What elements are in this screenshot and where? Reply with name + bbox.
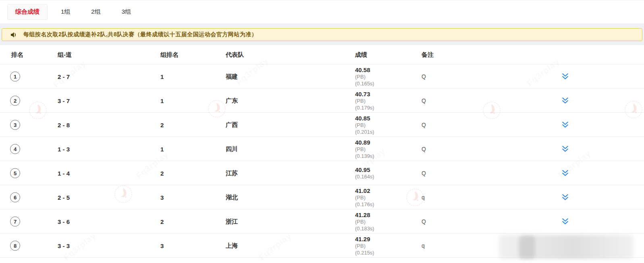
result-note: (0.183s)	[355, 225, 374, 232]
table-row: 5 1 - 4 2 江苏 40.95 (0.164s) Q	[0, 161, 644, 185]
tab-group-1[interactable]: 1组	[61, 4, 70, 19]
double-chevron-down-icon	[561, 72, 569, 81]
group-rank-value: 2	[160, 121, 164, 128]
notice-band: 每组按名次取2队按成绩递补2队,共8队决赛（最终成绩以十五届全国运动会官方网站为…	[0, 23, 644, 45]
result-note: (0.176s)	[355, 201, 374, 207]
table-row: 1 2 - 7 1 福建 40.58 (PB)(0.165s) Q	[0, 64, 644, 89]
header-group-lane: 组-道	[58, 51, 72, 58]
group-lane-value: 3 - 7	[58, 97, 70, 104]
group-rank-value: 2	[160, 218, 164, 225]
tab-overall[interactable]: 综合成绩	[7, 4, 48, 20]
result-note: (PB)	[355, 73, 374, 80]
result-note: (0.139s)	[355, 152, 374, 159]
result-time: 41.28	[355, 211, 374, 218]
qualification-mark: Q	[422, 122, 426, 128]
table-body: 1 2 - 7 1 福建 40.58 (PB)(0.165s) Q 2	[0, 64, 644, 258]
result-time: 40.95	[355, 166, 374, 173]
notice-text: 每组按名次取2队按成绩递补2队,共8队决赛（最终成绩以十五届全国运动会官方网站为…	[23, 31, 257, 38]
result-note: (0.215s)	[355, 249, 374, 256]
double-chevron-down-icon	[561, 169, 569, 177]
group-lane-value: 1 - 4	[58, 170, 70, 176]
double-chevron-down-icon	[561, 145, 569, 153]
team-name: 湖北	[226, 193, 238, 201]
result-note: (0.165s)	[355, 80, 374, 87]
result-note: (PB)	[355, 242, 374, 249]
team-name: 江苏	[226, 169, 238, 177]
header-team: 代表队	[226, 51, 244, 58]
group-rank-value: 3	[160, 194, 164, 201]
double-chevron-down-icon	[561, 120, 569, 129]
result-note: (0.179s)	[355, 104, 374, 111]
team-name: 广西	[226, 121, 238, 128]
group-lane-value: 2 - 8	[58, 121, 70, 128]
tab-bar: 综合成绩1组2组3组	[0, 0, 644, 23]
header-remark: 备注	[422, 51, 434, 58]
group-lane-value: 3 - 3	[58, 242, 70, 249]
qualification-mark: Q	[422, 97, 426, 104]
tab-group-3[interactable]: 3组	[122, 4, 131, 19]
result-time: 41.29	[355, 235, 374, 242]
group-lane-value: 2 - 5	[58, 194, 70, 201]
team-name: 广东	[226, 97, 238, 104]
expand-row-button[interactable]	[560, 193, 570, 202]
header-group-rank: 组排名	[160, 51, 179, 58]
expand-row-button[interactable]	[560, 168, 570, 178]
table-row: 4 1 - 3 1 四川 40.89 (PB)(0.139s) Q	[0, 137, 644, 161]
result-note: (PB)	[355, 97, 374, 104]
rank-badge: 8	[10, 240, 20, 251]
qualification-mark: Q	[422, 218, 426, 225]
expand-row-button[interactable]	[560, 217, 570, 226]
tab-group-2[interactable]: 2组	[91, 4, 100, 19]
group-lane-value: 3 - 6	[58, 218, 70, 225]
result-time: 40.58	[355, 66, 374, 73]
result-note: (0.164s)	[355, 173, 374, 180]
table-row: 3 2 - 8 2 广西 40.85 (PB)(0.201s) Q	[0, 113, 644, 137]
result-note: (PB)	[355, 121, 374, 128]
results-page: 综合成绩1组2组3组 每组按名次取2队按成绩递补2队,共8队决赛（最终成绩以十五…	[0, 0, 644, 263]
expand-row-button[interactable]	[560, 72, 570, 81]
team-name: 上海	[226, 242, 238, 249]
double-chevron-down-icon	[561, 217, 569, 226]
group-rank-value: 3	[160, 242, 164, 249]
expand-row-button[interactable]	[560, 120, 570, 130]
rank-badge: 4	[10, 144, 20, 154]
table-row: 8 3 - 3 3 上海 41.29 (PB)(0.215s) q	[0, 234, 644, 258]
group-rank-value: 1	[160, 145, 164, 152]
expand-row-button[interactable]	[560, 96, 570, 106]
result-time: 40.89	[355, 139, 374, 145]
group-rank-value: 1	[160, 97, 164, 104]
table-row: 7 3 - 6 2 浙江 41.28 (PB)(0.183s) Q	[0, 209, 644, 234]
double-chevron-down-icon	[561, 96, 569, 105]
rank-badge: 3	[10, 120, 20, 130]
qualification-mark: Q	[422, 170, 426, 176]
table-header-row: 排名 组-道 组排名 代表队 成绩 备注	[0, 45, 644, 64]
results-table: 排名 组-道 组排名 代表队 成绩 备注 1 2 - 7 1 福建 40.58 …	[0, 45, 644, 258]
qualification-mark: Q	[422, 146, 426, 152]
table-row: 2 3 - 7 1 广东 40.73 (PB)(0.179s) Q	[0, 89, 644, 113]
speaker-icon	[10, 32, 17, 38]
group-lane-value: 1 - 3	[58, 145, 70, 152]
qualification-mark: Q	[422, 73, 426, 80]
group-lane-value: 2 - 7	[58, 73, 70, 80]
header-result: 成绩	[355, 51, 367, 58]
qualification-mark: q	[422, 194, 425, 201]
team-name: 福建	[226, 72, 238, 80]
rank-badge: 2	[10, 95, 20, 106]
group-rank-value: 2	[160, 170, 164, 176]
rank-badge: 7	[10, 216, 20, 226]
notice-banner: 每组按名次取2队按成绩递补2队,共8队决赛（最终成绩以十五届全国运动会官方网站为…	[2, 28, 642, 41]
rank-badge: 5	[10, 168, 20, 178]
rank-badge: 1	[10, 71, 20, 81]
result-note: (PB)	[355, 194, 374, 201]
result-note: (PB)	[355, 218, 374, 225]
result-time: 41.02	[355, 187, 374, 194]
result-time: 40.85	[355, 114, 374, 121]
expand-row-button[interactable]	[560, 144, 570, 154]
team-name: 四川	[226, 145, 238, 153]
header-rank: 排名	[11, 51, 23, 58]
result-note: (PB)	[355, 145, 374, 152]
result-note: (0.201s)	[355, 128, 374, 135]
table-row: 6 2 - 5 3 湖北 41.02 (PB)(0.176s) q	[0, 185, 644, 209]
team-name: 浙江	[226, 217, 238, 225]
double-chevron-down-icon	[561, 193, 569, 201]
